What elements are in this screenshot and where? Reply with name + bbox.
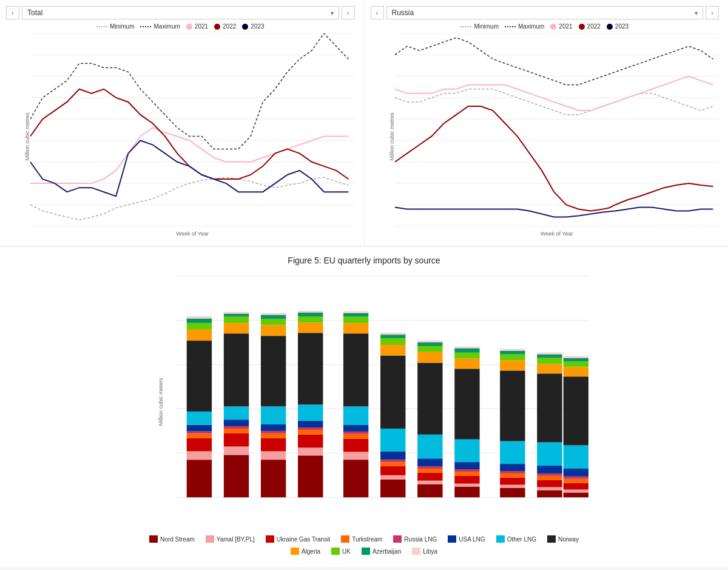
legend-russia-minimum: Minimum [460,23,499,30]
svg-rect-201 [454,469,479,472]
svg-rect-197 [454,487,479,498]
legend-maximum: Maximum [140,23,180,30]
figure-section: Figure 5: EU quarterly imports by source… [0,246,728,567]
svg-rect-147 [298,435,323,448]
bar-chart-inner: 100,000 80,000 60,000 40,000 20,000 0 [176,274,588,499]
svg-rect-172 [380,475,405,480]
legend-russia-maximum-label: Maximum [518,23,544,30]
svg-rect-221 [500,349,525,351]
svg-rect-137 [261,424,286,431]
svg-rect-193 [417,346,442,352]
svg-rect-108 [187,438,212,452]
chart-total: ‹ Total ▾ › Minimum Maximum 2021 202 [0,0,365,246]
svg-rect-218 [500,361,525,371]
legend-libya-label: Libya [423,548,437,555]
svg-rect-236 [564,492,588,497]
svg-rect-180 [380,338,405,345]
legend-ukraine-gt-icon [266,535,274,543]
chart-russia-prev[interactable]: ‹ [371,6,384,19]
legend-ukraine-gt: Ukraine Gas Transit [266,535,330,543]
svg-rect-130 [224,312,249,314]
svg-rect-112 [187,412,212,425]
chart-total-dropdown-icon: ▾ [331,10,334,16]
svg-rect-150 [298,421,323,427]
svg-rect-208 [454,347,479,348]
svg-rect-225 [537,480,562,487]
legend-uk: UK [331,548,351,555]
svg-rect-132 [261,460,286,497]
chart-russia-legend: Minimum Maximum 2021 2022 2023 [371,23,720,30]
legend-yamal-label: Yamal [BY,PL] [217,536,255,543]
legend-russia-minimum-label: Minimum [474,23,499,30]
chart-total-next[interactable]: › [342,6,355,19]
svg-rect-109 [187,433,212,438]
legend-other-lng-label: Other LNG [507,536,536,543]
legend-russia-maximum: Maximum [505,23,544,30]
svg-rect-114 [187,330,212,341]
svg-rect-186 [417,473,442,481]
legend-russia-2023-label: 2023 [615,23,629,30]
legend-libya-icon [412,548,420,555]
svg-rect-139 [261,336,286,406]
legend-russia-2021: 2021 [550,23,572,30]
legend-turkstream-icon [341,535,349,543]
svg-rect-238 [564,483,588,490]
chart-total-title-text: Total [27,8,42,17]
legend-maximum-icon [140,26,151,27]
svg-rect-228 [537,466,562,473]
svg-rect-242 [564,446,588,469]
legend-russia-2023: 2023 [607,23,629,30]
svg-rect-119 [224,455,249,497]
svg-rect-223 [537,490,562,497]
svg-rect-111 [187,425,212,432]
legend-2023-label: 2023 [251,23,264,30]
svg-rect-200 [454,472,479,476]
chart-russia: ‹ Russia ▾ › Minimum Maximum 2021 20 [365,0,729,246]
legend-2022: 2022 [214,23,236,30]
legend-yamal: Yamal [BY,PL] [206,535,255,543]
svg-rect-241 [564,469,588,477]
svg-rect-190 [417,435,442,458]
chart-total-x-label: Week of Year [177,231,209,237]
bar-chart-legend: Nord Stream Yamal [BY,PL] Ukraine Gas Tr… [133,535,595,555]
chart-total-prev[interactable]: ‹ [6,6,19,19]
chart-russia-title[interactable]: Russia ▾ [386,6,704,19]
legend-norway: Norway [547,535,579,543]
svg-rect-171 [380,480,405,498]
svg-rect-167 [343,317,368,324]
svg-rect-140 [261,325,286,336]
svg-rect-146 [298,448,323,456]
legend-maximum-label: Maximum [153,23,180,30]
legend-russia-2021-label: 2021 [559,23,572,30]
svg-rect-160 [343,439,368,452]
svg-rect-138 [261,407,286,425]
svg-rect-216 [500,441,525,464]
svg-rect-233 [537,355,562,358]
svg-rect-219 [500,355,525,361]
svg-rect-179 [380,345,405,356]
chart-russia-next[interactable]: › [706,6,719,19]
svg-rect-152 [298,333,323,404]
svg-rect-135 [261,433,286,438]
svg-rect-232 [537,358,562,364]
legend-turkstream-label: Turkstream [352,536,382,543]
svg-rect-116 [187,319,212,323]
svg-rect-169 [343,311,368,313]
svg-rect-240 [564,477,588,479]
svg-rect-247 [564,356,588,358]
legend-ukraine-gt-label: Ukraine Gas Transit [277,536,330,543]
svg-rect-231 [537,364,562,374]
svg-rect-133 [261,451,286,460]
legend-uk-icon [331,548,340,555]
svg-rect-174 [380,462,405,466]
svg-rect-220 [500,351,525,355]
svg-rect-205 [454,359,479,369]
legend-turkstream: Turkstream [341,535,382,543]
svg-rect-195 [417,341,442,342]
svg-rect-192 [417,352,442,363]
svg-rect-224 [537,487,562,490]
chart-total-title[interactable]: Total ▾ [22,6,339,19]
svg-rect-198 [454,484,479,487]
legend-usa-lng-label: USA LNG [459,536,485,543]
bar-chart-y-label: Million cubic meters [158,378,164,426]
